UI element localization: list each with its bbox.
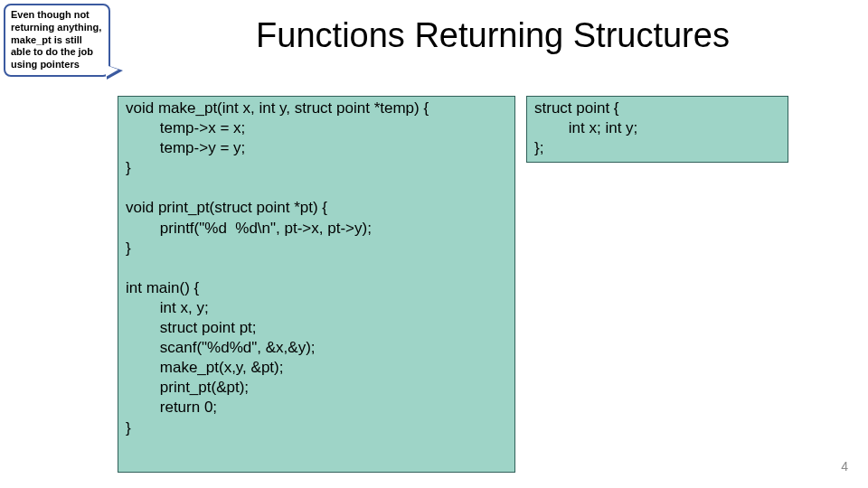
code-block-struct: struct point { int x; int y; }; (526, 96, 788, 163)
page-number: 4 (841, 459, 848, 474)
code-block-main: void make_pt(int x, int y, struct point … (118, 96, 515, 473)
slide-title: Functions Returning Structures (154, 16, 832, 55)
callout-tail-fill (106, 65, 118, 77)
callout-box: Even though not returning anything, make… (4, 4, 110, 77)
callout-text: Even though not returning anything, make… (11, 9, 101, 70)
